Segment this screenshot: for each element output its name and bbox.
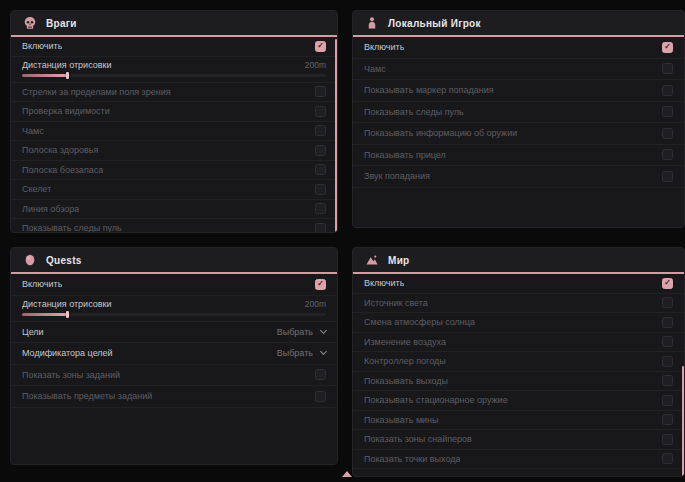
setting-row-checkbox[interactable]: Стрелки за пределами поля зрения [11, 83, 337, 103]
setting-row-checkbox[interactable]: Показывать следы пуль [353, 102, 684, 124]
setting-row-checkbox[interactable]: Проверка видимости [11, 102, 337, 122]
checkbox[interactable] [315, 203, 326, 214]
setting-label: Включить [22, 279, 62, 289]
setting-row-checkbox[interactable]: Чамс [353, 59, 684, 81]
checkbox[interactable] [662, 63, 673, 74]
setting-row-checkbox[interactable]: Показать точки выхода [353, 450, 684, 470]
checkbox[interactable] [315, 164, 326, 175]
checkbox[interactable] [662, 171, 673, 182]
setting-row-checkbox[interactable]: Показывать мины [353, 411, 684, 431]
checkbox[interactable] [662, 356, 673, 367]
cursor-pointer-icon [342, 471, 352, 477]
setting-row-checkbox[interactable]: Линия обзора [11, 200, 337, 220]
checkbox[interactable]: ✓ [662, 42, 673, 53]
checkbox[interactable] [662, 85, 673, 96]
setting-label: Дистанция отрисовки [22, 60, 112, 70]
setting-row-checkbox[interactable]: Полоска боезапаса [11, 161, 337, 181]
checkmark-icon: ✓ [317, 280, 324, 288]
setting-row-checkbox[interactable]: Показать зоны снайперов [353, 430, 684, 450]
panel-enemies-header: Враги [11, 11, 337, 37]
setting-label: Контроллер погоды [364, 356, 446, 366]
checkbox[interactable] [662, 336, 673, 347]
setting-label: Скелет [22, 184, 51, 194]
setting-label: Показывать информацию об оружии [364, 128, 517, 138]
checkbox[interactable] [315, 369, 326, 380]
scrollbar-thumb[interactable] [682, 366, 685, 476]
checkbox[interactable] [315, 391, 326, 402]
scrollbar-thumb[interactable] [335, 39, 338, 232]
dropdown[interactable]: Выбрать [277, 327, 326, 337]
setting-row-checkbox[interactable]: Показывать информацию об оружии [353, 123, 684, 145]
setting-row-checkbox[interactable]: Включить✓ [353, 274, 684, 294]
skull-icon [23, 16, 37, 30]
setting-row-slider[interactable]: Дистанция отрисовки200m [11, 57, 337, 83]
setting-label: Полоска боезапаса [22, 165, 103, 175]
setting-label: Показывать предметы заданий [22, 391, 152, 401]
checkbox[interactable] [315, 184, 326, 195]
setting-label: Показывать стационарное оружие [364, 395, 508, 405]
setting-row-checkbox[interactable]: Показывать прицел [353, 145, 684, 167]
setting-row-checkbox[interactable]: Чамс [11, 122, 337, 142]
setting-label: Звук попадания [364, 171, 430, 181]
person-icon [365, 16, 379, 30]
checkbox[interactable] [662, 297, 673, 308]
setting-row-checkbox[interactable]: Показывать следы пуль [11, 219, 337, 233]
panel-title: Quests [46, 255, 82, 266]
setting-row-checkbox[interactable]: Контроллер погоды [353, 352, 684, 372]
distance-slider[interactable] [22, 313, 326, 316]
setting-row-checkbox[interactable]: Звук попадания [353, 166, 684, 188]
slider-handle[interactable] [66, 72, 69, 79]
setting-row-checkbox[interactable]: Показывать выходы [353, 372, 684, 392]
checkbox[interactable] [315, 125, 326, 136]
checkmark-icon: ✓ [664, 43, 671, 51]
checkbox[interactable] [662, 106, 673, 117]
checkbox[interactable]: ✓ [315, 41, 326, 52]
setting-row-checkbox[interactable]: Показать зоны заданий [11, 365, 337, 387]
checkbox[interactable] [662, 395, 673, 406]
setting-label: Показывать следы пуль [22, 223, 122, 233]
quest-icon [23, 253, 37, 267]
checkmark-icon: ✓ [317, 42, 324, 50]
setting-row-checkbox[interactable]: Скелет [11, 180, 337, 200]
setting-row-checkbox[interactable]: Включить✓ [11, 274, 337, 296]
setting-row-checkbox[interactable]: Показывать предметы заданий [11, 386, 337, 408]
checkbox[interactable] [662, 414, 673, 425]
dropdown-value: Выбрать [277, 327, 313, 337]
setting-label: Чамс [22, 126, 44, 136]
setting-row-select[interactable]: Модификатора целейВыбрать [11, 343, 337, 365]
slider-value: 200m [305, 60, 326, 70]
setting-label: Полоска здоровья [22, 145, 98, 155]
setting-label: Показать зоны снайперов [364, 434, 472, 444]
setting-row-checkbox[interactable]: Включить✓ [353, 37, 684, 59]
setting-row-checkbox[interactable]: Полоска здоровья [11, 141, 337, 161]
panel-quests: Quests Включить✓Дистанция отрисовки200mЦ… [10, 247, 338, 465]
setting-row-select[interactable]: ЦелиВыбрать [11, 322, 337, 344]
dropdown[interactable]: Выбрать [277, 348, 326, 358]
setting-row-checkbox[interactable]: Источник света [353, 294, 684, 314]
checkbox[interactable]: ✓ [662, 278, 673, 289]
setting-row-checkbox[interactable]: Включить✓ [11, 37, 337, 57]
checkbox[interactable]: ✓ [315, 279, 326, 290]
setting-label: Дистанция отрисовки [22, 299, 112, 309]
checkbox[interactable] [662, 149, 673, 160]
setting-label: Показывать прицел [364, 150, 446, 160]
checkbox[interactable] [315, 86, 326, 97]
checkbox[interactable] [662, 453, 673, 464]
panel-title: Враги [46, 18, 77, 29]
setting-row-checkbox[interactable]: Изменение воздуха [353, 333, 684, 353]
setting-row-checkbox[interactable]: Показывать стационарное оружие [353, 391, 684, 411]
setting-row-checkbox[interactable]: Смена атмосферы солнца [353, 313, 684, 333]
checkbox[interactable] [315, 106, 326, 117]
setting-label: Включить [364, 42, 404, 52]
setting-row-slider[interactable]: Дистанция отрисовки200m [11, 296, 337, 322]
slider-handle[interactable] [66, 311, 69, 318]
checkbox[interactable] [315, 145, 326, 156]
distance-slider[interactable] [22, 74, 326, 77]
checkbox[interactable] [315, 223, 326, 233]
checkbox[interactable] [662, 434, 673, 445]
cheat-menu-overlay: { "theme": { "accent": "#d49ba4", "panel… [0, 0, 685, 482]
checkbox[interactable] [662, 375, 673, 386]
checkbox[interactable] [662, 128, 673, 139]
setting-row-checkbox[interactable]: Показывать маркер попадания [353, 80, 684, 102]
checkbox[interactable] [662, 317, 673, 328]
